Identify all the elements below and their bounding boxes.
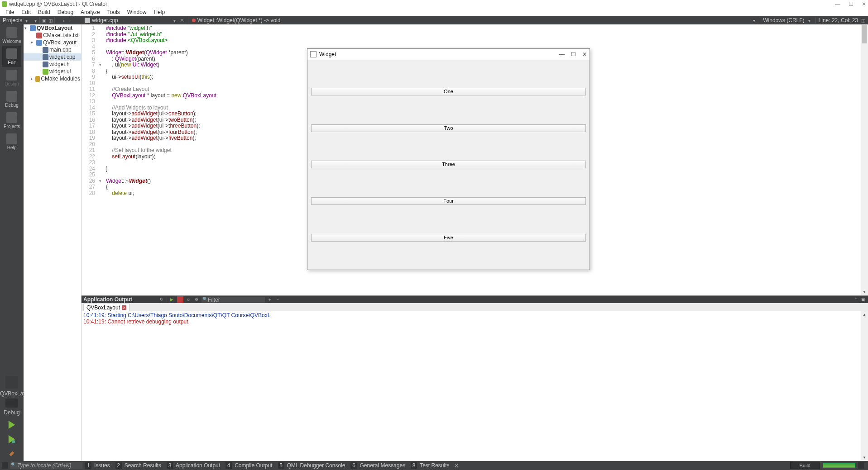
scroll-down-icon[interactable]: ▼: [861, 454, 868, 461]
add-icon[interactable]: ＋: [267, 296, 273, 303]
menu-file[interactable]: File: [2, 9, 18, 15]
fold-gutter[interactable]: ▾▾: [97, 24, 103, 295]
chevron-down-icon: ▾: [23, 17, 29, 24]
expand-icon[interactable]: ▸: [31, 76, 34, 81]
output-pane-qml-debugger-console[interactable]: 5QML Debugger Console: [278, 462, 348, 469]
split-icon[interactable]: ◫: [47, 17, 53, 24]
app-button-one[interactable]: One: [311, 88, 586, 95]
running-app-window[interactable]: Widget — ☐ ✕ OneTwoThreeFourFive: [307, 48, 590, 270]
pane-number: 6: [350, 462, 357, 469]
maximize-output-icon[interactable]: ▣: [860, 296, 866, 303]
tree-sync-icon[interactable]: ▣: [41, 17, 47, 24]
tree-item[interactable]: main.cpp: [24, 46, 81, 53]
maximize-button[interactable]: ☐: [849, 1, 854, 7]
output-pane-compile-output[interactable]: 4Compile Output: [225, 462, 275, 469]
settings-icon[interactable]: ⚙: [193, 296, 200, 303]
tree-item[interactable]: ▸CMake Modules: [24, 75, 81, 82]
scroll-down-icon[interactable]: ▼: [861, 289, 868, 295]
scroll-thumb[interactable]: [862, 25, 867, 43]
pane-label: QML Debugger Console: [284, 462, 348, 469]
output-filter-input[interactable]: Filter: [201, 297, 265, 303]
close-tab-icon[interactable]: ✕: [180, 17, 184, 24]
menu-analyze[interactable]: Analyze: [77, 9, 104, 15]
rightbar-toggle-icon[interactable]: [858, 462, 864, 469]
locator-input[interactable]: Type to locate (Ctrl+K): [10, 462, 82, 469]
kit-selector[interactable]: QVBoxLayout Debug: [0, 372, 24, 418]
tree-item[interactable]: ▾QVBoxLayout: [24, 24, 81, 32]
open-file-tab[interactable]: widget.cpp ▾ ✕: [82, 17, 187, 24]
tree-item[interactable]: widget.cpp: [24, 53, 81, 61]
run-output-icon[interactable]: ▶: [169, 296, 175, 303]
tree-item[interactable]: widget.h: [24, 61, 81, 68]
debug-run-button[interactable]: [6, 434, 17, 445]
design-icon: [6, 70, 17, 81]
app-minimize-button[interactable]: —: [559, 51, 565, 57]
projects-combo[interactable]: Projects ▾: [0, 17, 32, 24]
output-pane-search-results[interactable]: 2Search Results: [115, 462, 164, 469]
symbol-breadcrumb[interactable]: Widget::Widget(QWidget *) -> void: [189, 17, 283, 24]
output-text[interactable]: 10:41:19: Starting C:\Users\Thiago Souto…: [82, 311, 868, 461]
output-pane-general-messages[interactable]: 6General Messages: [350, 462, 408, 469]
project-tree[interactable]: ▾QVBoxLayoutCMakeLists.txt▾QVBoxLayoutma…: [24, 24, 82, 461]
app-button-five[interactable]: Five: [311, 234, 586, 242]
cursor-position[interactable]: Line: 22, Col: 23: [819, 17, 858, 24]
output-scrollbar[interactable]: ▲ ▼: [861, 311, 868, 461]
menu-bar: FileEditBuildDebugAnalyzeToolsWindowHelp: [0, 8, 868, 16]
h-file-icon: [43, 62, 48, 67]
mode-help[interactable]: Help: [2, 131, 21, 152]
run-button[interactable]: [6, 419, 17, 430]
output-pane-issues[interactable]: 1Issues: [85, 462, 113, 469]
qtcreator-icon: [2, 1, 7, 7]
app-button-three[interactable]: Three: [311, 161, 586, 168]
app-maximize-button[interactable]: ☐: [571, 51, 576, 57]
split-editor-icon[interactable]: ◫: [860, 17, 866, 24]
pane-number: 4: [225, 462, 232, 469]
expand-icon[interactable]: ▾: [24, 26, 29, 30]
remove-icon[interactable]: －: [275, 296, 281, 303]
menu-edit[interactable]: Edit: [18, 9, 34, 15]
tree-item-label: widget.h: [49, 61, 70, 67]
minimize-button[interactable]: —: [835, 1, 840, 7]
editor-scrollbar[interactable]: ▲ ▼: [861, 24, 868, 295]
nav-forward-icon[interactable]: ›: [67, 17, 73, 24]
rerun-icon[interactable]: ↻: [158, 296, 165, 303]
chevron-down-icon[interactable]: ▾: [751, 17, 757, 24]
cpp-file-icon: [43, 54, 48, 60]
mode-projects[interactable]: Projects: [2, 109, 21, 131]
collapse-icon[interactable]: ˄: [853, 296, 859, 303]
modified-dot-icon: [192, 19, 196, 22]
app-close-button[interactable]: ✕: [582, 51, 587, 57]
build-status-button[interactable]: Build: [790, 462, 820, 469]
close-button[interactable]: ✕: [862, 1, 866, 7]
app-button-four[interactable]: Four: [311, 197, 586, 205]
attach-icon[interactable]: ⎋: [185, 296, 192, 303]
filter-icon[interactable]: ▾: [32, 17, 38, 24]
stop-icon[interactable]: [177, 296, 183, 303]
close-output-tab-icon[interactable]: ✕: [122, 305, 126, 310]
menu-window[interactable]: Window: [124, 9, 150, 15]
menu-tools[interactable]: Tools: [104, 9, 124, 15]
pane-number: 5: [278, 462, 284, 469]
mode-debug[interactable]: Debug: [2, 88, 21, 109]
nav-back-icon[interactable]: ‹: [60, 17, 67, 24]
locator-placeholder: Type to locate (Ctrl+K): [17, 462, 71, 469]
menu-help[interactable]: Help: [150, 9, 169, 15]
menu-build[interactable]: Build: [34, 9, 54, 15]
app-button-two[interactable]: Two: [311, 124, 586, 132]
pane-number: 8: [411, 462, 417, 469]
expand-icon[interactable]: ▾: [31, 40, 35, 45]
panes-close-icon[interactable]: ⨯: [454, 462, 459, 469]
tree-item[interactable]: CMakeLists.txt: [24, 32, 81, 39]
menu-debug[interactable]: Debug: [54, 9, 77, 15]
build-button[interactable]: [6, 448, 17, 459]
line-ending-label[interactable]: Windows (CRLF): [763, 17, 804, 24]
tree-item[interactable]: ▾QVBoxLayout: [24, 39, 81, 46]
output-pane-application-output[interactable]: 3Application Output: [167, 462, 223, 469]
output-tab[interactable]: QVBoxLayout ✕: [83, 304, 129, 311]
sidebar-toggle-icon[interactable]: [2, 462, 8, 469]
mode-edit[interactable]: Edit: [2, 46, 21, 67]
scroll-up-icon[interactable]: ▲: [861, 311, 868, 318]
tree-item[interactable]: widget.ui: [24, 68, 81, 75]
mode-welcome[interactable]: Welcome: [2, 24, 21, 46]
output-pane-test-results[interactable]: 8Test Results: [411, 462, 452, 469]
